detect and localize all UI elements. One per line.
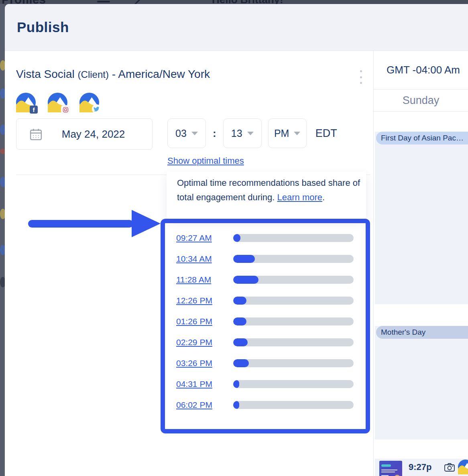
engagement-bar	[233, 338, 354, 346]
publish-modal: Publish Vista Social (Client) - America/…	[5, 4, 468, 476]
engagement-bar-fill	[233, 234, 240, 242]
timezone-abbr: EDT	[315, 127, 337, 140]
optimal-time-link[interactable]: 02:29 PM	[176, 338, 233, 347]
optimal-times-list: 09:27 AM10:34 AM11:28 AM12:26 PM01:26 PM…	[161, 219, 370, 433]
optimal-time-link[interactable]: 11:28 AM	[176, 275, 233, 285]
hour-value: 03	[175, 128, 187, 139]
date-value: May 24, 2022	[53, 128, 144, 140]
engagement-bar-fill	[233, 380, 239, 388]
more-options-button[interactable]	[357, 70, 364, 84]
minute-select[interactable]: 13	[223, 118, 262, 148]
entity-timezone: - America/New York	[109, 68, 210, 80]
engagement-bar	[233, 380, 354, 388]
optimal-time-link[interactable]: 09:27 AM	[176, 233, 233, 243]
time-separator: :	[213, 127, 216, 140]
entity-name: Vista Social	[16, 68, 78, 80]
chevron-down-icon	[294, 132, 300, 135]
optimal-time-row: 06:02 PM	[176, 395, 366, 415]
show-optimal-times-link[interactable]: Show optimal times	[167, 156, 244, 166]
optimal-time-link[interactable]: 10:34 AM	[176, 254, 233, 264]
hour-select[interactable]: 03	[167, 118, 206, 148]
app-root: Profiles Hello Brittany! Publish Vista S…	[0, 0, 468, 476]
engagement-bar	[233, 255, 354, 263]
post-thumbnail	[379, 461, 402, 476]
background-page-title: Profiles	[2, 0, 46, 4]
engagement-bar	[233, 234, 354, 242]
modal-header: Publish	[5, 4, 468, 51]
calendar-icon	[29, 128, 43, 141]
hamburger-menu-icon	[97, 1, 110, 4]
chevron-down-icon	[247, 132, 254, 135]
edit-icon	[132, 0, 141, 4]
optimal-time-row: 10:34 AM	[176, 248, 366, 269]
calendar-panel: GMT -04:00 Am Sunday First Day of Asian …	[373, 51, 468, 476]
meridiem-value: PM	[274, 128, 289, 139]
learn-more-link[interactable]: Learn more	[277, 192, 323, 202]
optimal-time-row: 03:26 PM	[176, 353, 366, 374]
calendar-cell[interactable]: 9:27p	[375, 459, 468, 476]
engagement-bar	[233, 401, 354, 409]
facebook-icon: f	[30, 106, 38, 114]
background-profiles-strip	[0, 4, 5, 476]
profile-avatar-twitter[interactable]	[79, 93, 99, 112]
camera-icon	[444, 462, 455, 472]
calendar-timezone-header: GMT -04:00 Am	[374, 51, 468, 90]
optimal-time-link[interactable]: 01:26 PM	[176, 317, 233, 326]
engagement-bar	[233, 276, 354, 284]
optimal-time-row: 09:27 AM	[176, 228, 366, 248]
background-greeting: Hello Brittany!	[212, 0, 283, 4]
optimal-time-row: 12:26 PM	[176, 290, 366, 311]
composer-panel: Vista Social (Client) - America/New York…	[5, 51, 373, 476]
engagement-bar-fill	[233, 317, 246, 325]
annotation-arrow	[28, 220, 133, 228]
calendar-cell[interactable]: First Day of Asian Pac…	[375, 132, 468, 304]
chevron-down-icon	[191, 132, 198, 135]
instagram-icon	[61, 106, 69, 114]
calendar-day-header: Sunday	[374, 90, 468, 112]
engagement-bar-fill	[233, 338, 248, 346]
engagement-bar-fill	[233, 359, 249, 367]
optimal-time-link[interactable]: 06:02 PM	[176, 400, 233, 410]
tooltip-line3: during.	[248, 192, 277, 202]
entity-qualifier: (Client)	[78, 69, 109, 80]
minute-value: 13	[231, 128, 242, 139]
optimal-time-row: 02:29 PM	[176, 332, 366, 353]
engagement-bar-fill	[233, 401, 239, 409]
post-time: 9:27p	[409, 462, 431, 472]
engagement-bar	[233, 359, 354, 367]
calendar-event-holiday[interactable]: First Day of Asian Pac…	[376, 132, 468, 144]
optimal-time-row: 11:28 AM	[176, 269, 366, 290]
calendar-event-holiday[interactable]: Mother's Day	[376, 326, 468, 339]
page-title: Publish	[17, 19, 69, 35]
optimal-time-link[interactable]: 04:31 PM	[176, 379, 233, 389]
engagement-bar	[233, 297, 354, 305]
engagement-bar	[233, 317, 354, 325]
optimal-time-row: 01:26 PM	[176, 311, 366, 332]
connected-profiles: f	[16, 93, 99, 112]
background-app-header: Profiles Hello Brittany!	[0, 0, 468, 4]
optimal-times-tooltip: Optimal time recommendations based share…	[167, 172, 366, 219]
optimal-time-row: 04:31 PM	[176, 374, 366, 395]
meridiem-select[interactable]: PM	[268, 118, 307, 148]
calendar-cell[interactable]: Mother's Day	[375, 326, 468, 439]
annotation-arrow-head	[132, 210, 161, 237]
profile-avatar-facebook[interactable]: f	[16, 93, 36, 112]
date-picker[interactable]: May 24, 2022	[16, 118, 153, 150]
twitter-icon	[92, 104, 101, 114]
optimal-time-link[interactable]: 12:26 PM	[176, 296, 233, 305]
optimal-time-link[interactable]: 03:26 PM	[176, 358, 233, 368]
tooltip-line1: Optimal time recommendations	[177, 178, 299, 188]
profile-avatar-instagram[interactable]	[48, 93, 67, 112]
engagement-bar-fill	[233, 255, 255, 263]
engagement-bar-fill	[233, 297, 246, 305]
engagement-bar-fill	[233, 276, 258, 284]
post-profile-avatar	[458, 460, 468, 474]
profile-group-title: Vista Social (Client) - America/New York	[16, 68, 210, 81]
schedule-controls: May 24, 2022 03 : 13	[16, 118, 337, 166]
scheduled-post-card[interactable]: 9:27p	[375, 459, 468, 476]
